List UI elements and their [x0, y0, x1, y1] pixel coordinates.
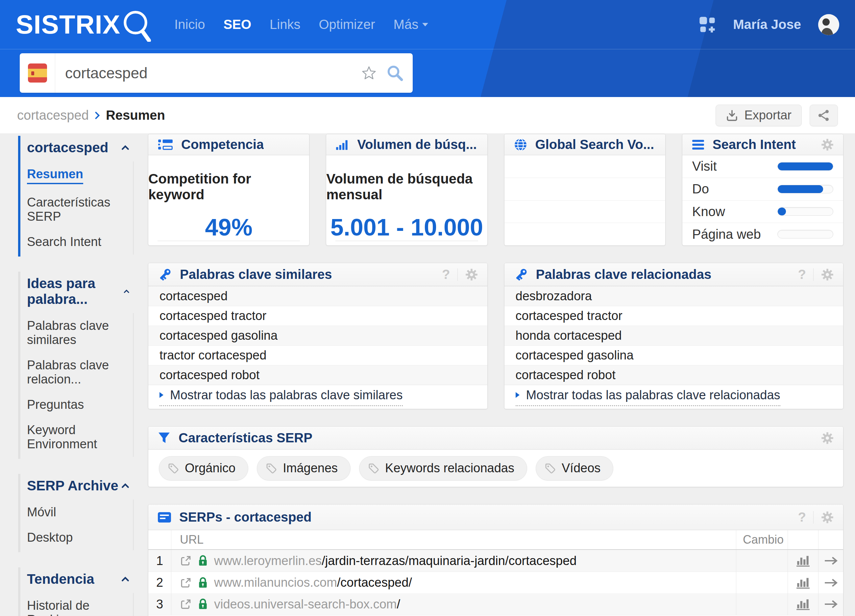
keyword-row[interactable]: cortacesped robot [148, 365, 487, 385]
country-selector[interactable] [20, 53, 55, 93]
ranking-chart-icon[interactable] [788, 593, 818, 615]
show-all-label: Mostrar todas las palabras clave relacio… [526, 388, 780, 402]
sidebar-item-palabras-relacionadas[interactable]: Palabras clave relacion... [27, 352, 133, 392]
ranking-chart-icon[interactable] [788, 572, 818, 593]
url-domain[interactable]: www.milanuncios.com [214, 576, 337, 589]
sidebar-item-palabras-similares[interactable]: Palabras clave similares [27, 313, 133, 352]
sidebar-group-tendencia-header[interactable]: Tendencia [20, 568, 134, 590]
lock-icon [198, 598, 208, 610]
gear-icon[interactable] [821, 511, 834, 524]
help-icon[interactable]: ? [442, 267, 450, 282]
breadcrumb-chevron-icon [95, 111, 100, 120]
nav-link-links[interactable]: Links [270, 17, 300, 32]
url-path[interactable]: /cortacesped/ [337, 576, 412, 589]
keyword-row[interactable]: cortacesped gasolina [148, 326, 487, 345]
spain-flag-icon [28, 63, 47, 83]
url-path[interactable]: / [397, 597, 400, 611]
search-submit-icon[interactable] [386, 64, 403, 81]
sidebar-item-movil[interactable]: Móvil [27, 500, 133, 525]
external-link-icon[interactable] [180, 555, 192, 567]
external-link-icon[interactable] [180, 598, 192, 610]
sidebar-group-keyword-header[interactable]: cortacesped [20, 136, 134, 159]
app-grid-icon[interactable] [699, 16, 716, 33]
intent-row-visit: Visit [682, 155, 843, 178]
nav-link-inicio[interactable]: Inicio [174, 17, 205, 32]
tag-videos[interactable]: Vídeos [536, 456, 613, 481]
ranking-chart-icon[interactable] [788, 550, 818, 572]
sidebar-group-serp-archive: SERP Archive Móvil Desktop [18, 474, 134, 552]
sidebar-group-items: Historial de Rankings SERPs Compare [20, 593, 134, 616]
keyword-row[interactable]: tractor cortacesped [148, 345, 487, 365]
gear-icon[interactable] [821, 268, 834, 281]
arrow-right-icon[interactable] [818, 572, 843, 593]
tag-organico[interactable]: Orgánico [159, 456, 248, 481]
gear-icon[interactable] [465, 268, 478, 281]
lock-icon [198, 555, 208, 567]
sidebar-item-caracteristicas-serp[interactable]: Características SERP [27, 190, 133, 229]
card-global-search-volume: Global Search Vo... [504, 134, 666, 246]
intent-bar-track [777, 230, 833, 238]
nav-right: María Jose [699, 14, 839, 35]
favorite-star-icon[interactable] [362, 66, 377, 81]
help-icon[interactable]: ? [798, 267, 806, 282]
share-button[interactable] [810, 104, 838, 126]
url-domain[interactable]: videos.universal-search-box.com [214, 597, 397, 611]
keyword-row[interactable]: desbrozadora [504, 286, 843, 306]
keyword-row[interactable]: cortacesped gasolina [504, 345, 843, 365]
gear-icon[interactable] [821, 432, 834, 444]
triangle-right-icon [159, 392, 164, 398]
tag-keywords-relacionadas[interactable]: Keywords relacionadas [359, 456, 527, 481]
avatar[interactable] [818, 14, 839, 35]
nav-link-seo[interactable]: SEO [224, 17, 251, 32]
arrow-right-icon[interactable] [818, 593, 843, 615]
download-icon [726, 109, 738, 122]
breadcrumb-parent[interactable]: cortacesped [17, 108, 89, 123]
keyword-row[interactable]: cortacesped tractor [504, 306, 843, 326]
nav-link-optimizer[interactable]: Optimizer [319, 17, 375, 32]
sidebar-group-title: SERP Archive [27, 478, 118, 493]
bar-chart-icon [336, 139, 349, 151]
url-path[interactable]: /jardin-terrazas/maquinaria-jardin/corta… [322, 554, 576, 568]
card-volumen: Volumen de búsq... Volumen de búsqueda m… [326, 134, 487, 246]
keyword-row[interactable]: cortacesped [148, 286, 487, 306]
breadcrumb: cortacesped Resumen [17, 108, 165, 123]
sidebar-item-resumen[interactable]: Resumen [27, 161, 133, 190]
show-all-similar-link[interactable]: Mostrar todas las palabras clave similar… [148, 385, 487, 409]
sidebar-item-search-intent[interactable]: Search Intent [27, 229, 133, 254]
tag-imagenes[interactable]: Imágenes [257, 456, 351, 481]
external-link-icon[interactable] [180, 577, 192, 589]
sidebar-group-ideas-header[interactable]: Ideas para palabra... [20, 272, 134, 311]
sidebar-item-label: Preguntas [27, 398, 84, 411]
sistrix-logo[interactable]: SISTRIX [16, 6, 151, 43]
arrow-right-icon[interactable] [818, 550, 843, 572]
table-row: 2 www.milanuncios.com/cortacesped/ [148, 572, 843, 593]
sidebar-group-serp-archive-header[interactable]: SERP Archive [20, 475, 134, 497]
panel-palabras-relacionadas: Palabras clave relacionadas ? desbrozado… [504, 263, 844, 409]
user-name[interactable]: María Jose [733, 17, 801, 32]
sidebar-item-keyword-environment[interactable]: Keyword Environment [27, 417, 133, 457]
panel-palabras-similares: Palabras clave similares ? cortacesped c… [148, 263, 488, 409]
search-input[interactable] [55, 64, 362, 82]
sidebar-item-label: Keyword Environment [27, 423, 97, 451]
help-icon[interactable]: ? [798, 510, 806, 524]
sidebar-group-tendencia: Tendencia Historial de Rankings SERPs Co… [18, 567, 134, 616]
intent-bar-track [777, 207, 833, 216]
serp-position: 1 [148, 550, 171, 572]
url-domain[interactable]: www.leroymerlin.es [214, 554, 322, 568]
keyword-row[interactable]: cortacesped tractor [148, 306, 487, 326]
keyword-row[interactable]: cortacesped robot [504, 365, 843, 385]
export-button[interactable]: Exportar [716, 104, 802, 126]
sidebar-item-historial-rankings[interactable]: Historial de Rankings [27, 593, 133, 616]
intent-label: Página web [692, 227, 761, 242]
nav-link-mas[interactable]: Más [394, 17, 429, 32]
intent-row-pagina-web: Página web [682, 223, 843, 245]
keyword-row[interactable]: honda cortacesped [504, 326, 843, 345]
panel-title: Palabras clave similares [180, 267, 332, 282]
show-all-related-link[interactable]: Mostrar todas las palabras clave relacio… [504, 385, 843, 409]
sidebar-group-items: Móvil Desktop [20, 500, 134, 550]
related-keywords-list: desbrozadora cortacesped tractor honda c… [504, 286, 843, 385]
gear-icon[interactable] [821, 138, 834, 151]
sidebar-item-desktop[interactable]: Desktop [27, 525, 133, 550]
sidebar-item-preguntas[interactable]: Preguntas [27, 392, 133, 417]
globe-icon [514, 138, 527, 152]
